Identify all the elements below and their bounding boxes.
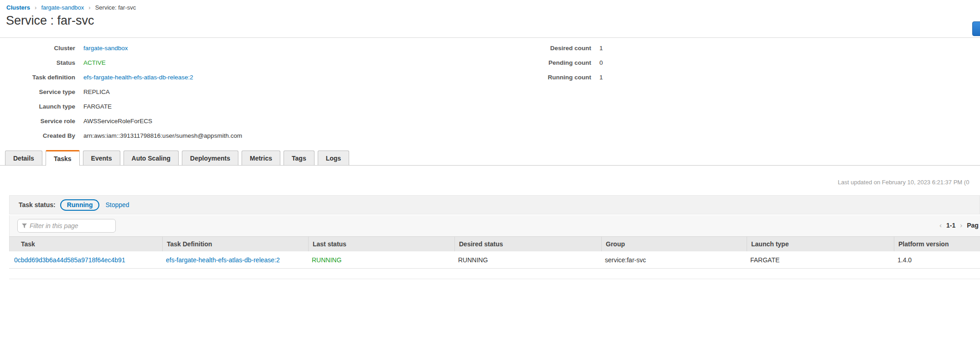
task-definition-link[interactable]: efs-fargate-health-efs-atlas-db-release:…: [83, 74, 193, 81]
row-launch-type: FARGATE: [746, 256, 893, 264]
detail-row-pending-count: Pending count 0: [501, 55, 603, 70]
breadcrumb-separator-icon: ›: [88, 4, 90, 11]
row-desired-status: RUNNING: [454, 256, 601, 264]
breadcrumb-current: Service: far-svc: [95, 4, 136, 11]
detail-row-created-by: Created By arn:aws:iam::391311798816:use…: [0, 128, 242, 143]
column-header-launch-type[interactable]: Launch type: [747, 237, 894, 251]
service-role-value: AWSServiceRoleForECS: [83, 118, 152, 125]
filter-stopped-link[interactable]: Stopped: [105, 201, 129, 208]
detail-row-task-definition: Task definition efs-fargate-health-efs-a…: [0, 70, 242, 84]
launch-type-label: Launch type: [0, 103, 75, 110]
pending-count-value: 0: [599, 59, 603, 66]
running-count-value: 1: [599, 74, 603, 81]
tab-bar: Details Tasks Events Auto Scaling Deploy…: [0, 151, 980, 166]
cluster-value-link[interactable]: fargate-sandbox: [83, 45, 128, 52]
pagination-page-label: Pag: [967, 222, 979, 229]
column-header-last-status[interactable]: Last status: [308, 237, 454, 251]
breadcrumb: Clusters › fargate-sandbox › Service: fa…: [6, 4, 136, 11]
service-details-right: Desired count 1 Pending count 0 Running …: [501, 41, 603, 84]
tab-tags[interactable]: Tags: [284, 151, 315, 165]
tab-tasks[interactable]: Tasks: [46, 150, 80, 166]
service-type-value: REPLICA: [83, 88, 110, 95]
filter-funnel-icon: [22, 224, 27, 229]
task-id-link[interactable]: 0cbdd69d3b6a44d585a9718f64ec4b91: [9, 256, 162, 264]
pagination-next-icon[interactable]: ›: [960, 221, 962, 229]
detail-row-service-type: Service type REPLICA: [0, 84, 242, 99]
tab-details[interactable]: Details: [5, 151, 42, 165]
page-title: Service : far-svc: [6, 14, 94, 28]
task-status-strip: Task status: Running Stopped: [9, 195, 980, 214]
ecs-service-page: Clusters › fargate-sandbox › Service: fa…: [0, 0, 980, 364]
detail-row-launch-type: Launch type FARGATE: [0, 99, 242, 114]
column-header-platform-version[interactable]: Platform version: [894, 237, 980, 251]
column-header-desired-status[interactable]: Desired status: [454, 237, 601, 251]
service-details-left: Cluster fargate-sandbox Status ACTIVE Ta…: [0, 41, 242, 143]
row-group: service:far-svc: [601, 256, 746, 264]
breadcrumb-separator-icon: ›: [35, 4, 36, 11]
cluster-label: Cluster: [0, 45, 75, 52]
desired-count-label: Desired count: [501, 45, 591, 52]
filter-running-pill[interactable]: Running: [60, 199, 100, 211]
task-definition-label: Task definition: [0, 74, 75, 81]
status-badge: ACTIVE: [83, 59, 106, 66]
detail-row-service-role: Service role AWSServiceRoleForECS: [0, 114, 242, 128]
pagination-range: 1-1: [946, 222, 955, 229]
pagination: ‹ 1-1 › Pag: [939, 221, 979, 229]
table-header-row: Task Task Definition Last status Desired…: [9, 236, 980, 251]
breadcrumb-cluster-link[interactable]: fargate-sandbox: [41, 4, 84, 11]
last-updated-text: Last updated on February 10, 2023 6:21:3…: [838, 179, 969, 186]
pagination-prev-icon[interactable]: ‹: [939, 221, 942, 229]
launch-type-value: FARGATE: [83, 103, 112, 110]
task-status-label: Task status:: [19, 201, 56, 208]
row-platform-version: 1.4.0: [893, 256, 980, 264]
filter-strip: ‹ 1-1 › Pag: [9, 215, 980, 236]
running-count-label: Running count: [501, 74, 591, 81]
service-role-label: Service role: [0, 118, 75, 125]
column-header-task[interactable]: Task: [10, 237, 162, 251]
tab-auto-scaling[interactable]: Auto Scaling: [124, 151, 179, 165]
row-task-definition-link[interactable]: efs-fargate-health-efs-atlas-db-release:…: [162, 256, 308, 264]
row-last-status: RUNNING: [308, 256, 454, 264]
column-header-group[interactable]: Group: [601, 237, 747, 251]
created-by-label: Created By: [0, 132, 75, 139]
table-bottom-divider: [9, 279, 980, 279]
tab-events[interactable]: Events: [83, 151, 120, 165]
title-divider: [0, 37, 980, 38]
table-row: 0cbdd69d3b6a44d585a9718f64ec4b91 efs-far…: [9, 251, 980, 269]
tab-metrics[interactable]: Metrics: [242, 151, 280, 165]
column-header-task-definition[interactable]: Task Definition: [162, 237, 308, 251]
tasks-table: Task Task Definition Last status Desired…: [9, 236, 980, 269]
detail-row-cluster: Cluster fargate-sandbox: [0, 41, 242, 55]
pending-count-label: Pending count: [501, 59, 591, 66]
detail-row-desired-count: Desired count 1: [501, 41, 603, 55]
tab-deployments[interactable]: Deployments: [182, 151, 238, 165]
filter-box[interactable]: [17, 219, 116, 233]
filter-input[interactable]: [30, 222, 107, 229]
breadcrumb-clusters-link[interactable]: Clusters: [6, 4, 30, 11]
detail-row-status: Status ACTIVE: [0, 55, 242, 70]
detail-row-running-count: Running count 1: [501, 70, 603, 84]
status-label: Status: [0, 59, 75, 66]
created-by-value: arn:aws:iam::391311798816:user/sumesh@ap…: [83, 132, 242, 139]
tab-logs[interactable]: Logs: [318, 151, 349, 165]
update-button[interactable]: [972, 21, 980, 36]
service-type-label: Service type: [0, 88, 75, 95]
desired-count-value: 1: [599, 45, 603, 52]
